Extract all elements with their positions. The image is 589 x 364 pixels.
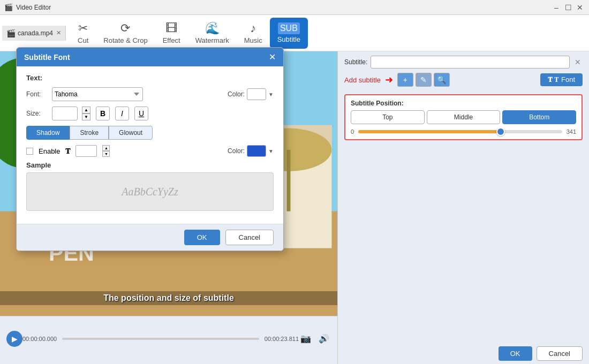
tab-cut-label: Cut: [78, 36, 88, 44]
add-subtitle-label: Add subtitle: [344, 76, 381, 84]
tab-rotate-label: Rotate & Crop: [103, 36, 147, 44]
edit-icon: ✎: [420, 75, 427, 84]
effect-size-input[interactable]: 2: [75, 145, 97, 157]
video-overlay: The position and size of subtitle: [0, 291, 337, 305]
svg-rect-9: [287, 150, 291, 211]
position-buttons: Top Middle Bottom: [351, 110, 576, 124]
plus-icon: +: [403, 75, 407, 84]
effect-options: Enable 𝐓 2 ▲ ▼ Color: ▼: [26, 145, 274, 157]
add-subtitle-btn[interactable]: +: [397, 73, 413, 87]
volume-icon[interactable]: 🔊: [317, 332, 331, 346]
play-button[interactable]: ▶: [6, 331, 22, 347]
tab-effect-label: Effect: [163, 36, 180, 44]
video-controls: ▶ 00:00:00.000 00:00:23.811 📷 🔊: [0, 316, 337, 364]
tab-watermark[interactable]: 🌊 Watermark: [188, 18, 237, 49]
subtitle-input[interactable]: [371, 56, 570, 69]
cut-icon: ✂: [78, 21, 88, 35]
underline-btn[interactable]: U: [134, 107, 148, 120]
effect-tab-stroke[interactable]: Stroke: [70, 126, 109, 140]
effect-tab-shadow[interactable]: Shadow: [26, 126, 70, 140]
dialog-header: Subtitle Font ✕: [17, 48, 283, 66]
effect-size-down[interactable]: ▼: [102, 151, 110, 157]
slider-min: 0: [351, 128, 354, 135]
tab-rotate[interactable]: ⟳ Rotate & Crop: [96, 18, 155, 49]
edit-subtitle-btn[interactable]: ✎: [416, 73, 432, 87]
tab-music[interactable]: ♪ Music: [237, 18, 270, 49]
size-spinner: ▲ ▼: [82, 107, 90, 120]
effect-tab-glowout[interactable]: Glowout: [109, 126, 153, 140]
size-input[interactable]: 20: [52, 107, 78, 120]
bold-btn[interactable]: B: [96, 107, 110, 120]
maximize-btn[interactable]: ☐: [563, 3, 573, 12]
subtitle-actions: Add subtitle ➜ + ✎ 🔍 𝐓 𝐓 Font: [338, 73, 589, 91]
effect-size-up[interactable]: ▲: [102, 145, 110, 151]
tab-effect[interactable]: 🎞 Effect: [155, 18, 188, 49]
panel-ok-btn[interactable]: OK: [499, 346, 532, 361]
size-row: Size: 20 ▲ ▼ B I U: [26, 107, 274, 120]
slider-track[interactable]: [358, 130, 562, 133]
enable-label: Enable: [39, 147, 60, 155]
pos-top-btn[interactable]: Top: [351, 110, 425, 124]
size-down-btn[interactable]: ▼: [82, 113, 90, 120]
watermark-icon: 🌊: [205, 21, 220, 35]
right-panel: Subtitle: ✕ Add subtitle ➜ + ✎ 🔍 𝐓: [337, 51, 589, 364]
slider-thumb[interactable]: [496, 127, 505, 136]
pos-bottom-btn[interactable]: Bottom: [502, 110, 576, 124]
panel-cancel-btn[interactable]: Cancel: [537, 346, 583, 361]
add-arrow: ➜: [385, 74, 393, 86]
music-icon: ♪: [250, 21, 256, 35]
effect-tabs: Shadow Stroke Glowout: [26, 126, 274, 140]
app-title: Video Editor: [16, 4, 552, 11]
dialog-title: Subtitle Font: [24, 53, 70, 62]
tab-subtitle[interactable]: SUB Subtitle: [270, 18, 308, 49]
time-start: 00:00:00.000: [22, 336, 57, 342]
camera-icon[interactable]: 📷: [299, 332, 313, 346]
tab-subtitle-label: Subtitle: [277, 35, 300, 43]
subtitle-buttons: + ✎ 🔍: [397, 73, 450, 87]
slider-max: 341: [567, 128, 576, 135]
timeline-track[interactable]: [62, 338, 259, 340]
dialog-ok-btn[interactable]: OK: [184, 230, 220, 245]
effect-spinner: ▲ ▼: [102, 145, 110, 157]
close-btn[interactable]: ✕: [575, 3, 585, 12]
tab-cut[interactable]: ✂ Cut: [70, 18, 96, 49]
slider-row: 0 341: [351, 128, 576, 135]
dialog-cancel-btn[interactable]: Cancel: [225, 230, 274, 245]
color-dropdown-icon[interactable]: ▼: [268, 92, 274, 97]
tab-music-label: Music: [244, 36, 262, 44]
font-row: Font: Tahoma Arial Times New Roman Color…: [26, 87, 274, 101]
file-tab[interactable]: 🎬 canada.mp4 ✕: [2, 26, 66, 41]
effect-color-dropdown[interactable]: ▼: [268, 148, 274, 154]
italic-btn[interactable]: I: [115, 107, 129, 120]
enable-checkbox[interactable]: [26, 148, 33, 155]
search-subtitle-btn[interactable]: 🔍: [434, 73, 450, 87]
minimize-btn[interactable]: –: [552, 3, 561, 12]
time-end: 00:00:23.811: [265, 336, 299, 342]
file-icon: 🎬: [6, 29, 16, 37]
timeline-bar: ▶ 00:00:00.000 00:00:23.811 📷 🔊: [6, 331, 331, 347]
window-controls: – ☐ ✕: [552, 3, 585, 12]
color-label: Color:: [228, 90, 245, 98]
tab-watermark-label: Watermark: [195, 36, 229, 44]
subtitle-icon: SUB: [278, 22, 300, 34]
font-button[interactable]: 𝐓 𝐓 Font: [540, 73, 583, 86]
effect-color-box[interactable]: [247, 145, 266, 157]
size-label: Size:: [26, 110, 47, 117]
size-up-btn[interactable]: ▲: [82, 107, 90, 113]
color-box-white[interactable]: [247, 88, 266, 100]
subtitle-font-dialog: Subtitle Font ✕ Text: Font: Tahoma Arial…: [16, 47, 284, 251]
subtitle-input-row: Subtitle: ✕: [338, 51, 589, 73]
search-icon: 🔍: [437, 75, 446, 84]
bottom-action-row: OK Cancel: [338, 343, 589, 364]
sample-box: AaBbCcYyZz: [26, 172, 274, 211]
subtitle-clear-btn[interactable]: ✕: [573, 57, 583, 67]
subtitle-label: Subtitle:: [344, 58, 367, 66]
dialog-footer: OK Cancel: [17, 224, 283, 251]
font-select[interactable]: Tahoma Arial Times New Roman: [52, 87, 143, 101]
toolbar: 🎬 canada.mp4 ✕ ✂ Cut ⟳ Rotate & Crop 🎞 E…: [0, 15, 589, 51]
dialog-body: Text: Font: Tahoma Arial Times New Roman…: [17, 66, 283, 224]
color-picker-row: Color: ▼: [228, 88, 274, 100]
file-close-btn[interactable]: ✕: [56, 29, 61, 36]
dialog-close-btn[interactable]: ✕: [269, 52, 276, 62]
pos-middle-btn[interactable]: Middle: [427, 110, 501, 124]
